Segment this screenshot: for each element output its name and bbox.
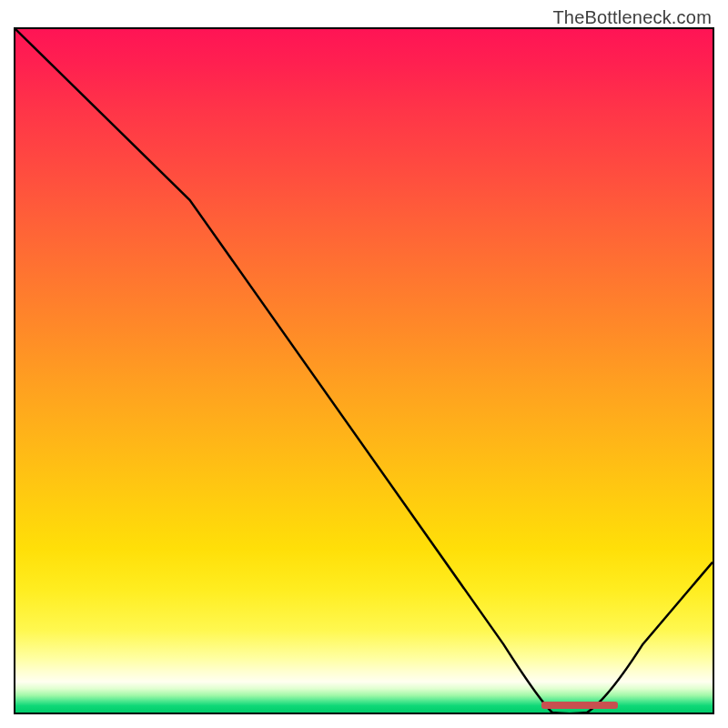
watermark-text: TheBottleneck.com [552, 7, 712, 28]
optimal-marker [541, 702, 619, 709]
chart-area [14, 27, 714, 714]
bottleneck-curve [15, 29, 713, 713]
